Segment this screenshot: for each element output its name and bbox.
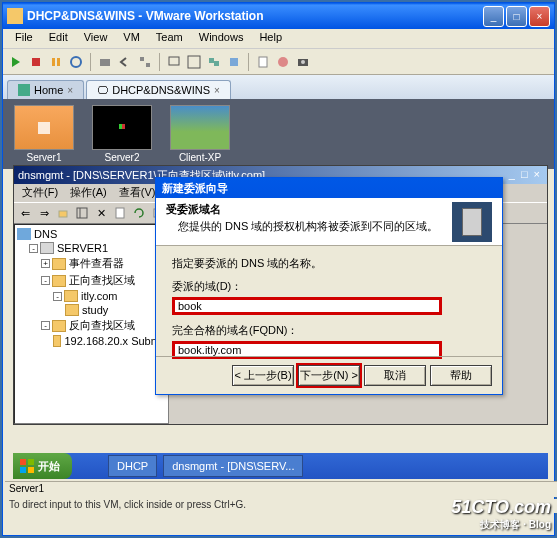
thumb-preview [14,105,74,150]
tree-event-viewer[interactable]: +事件查看器 [17,255,166,272]
summary-icon[interactable] [254,53,272,71]
wizard-titlebar: 新建委派向导 [156,178,502,198]
task-dnsmgmt[interactable]: dnsmgmt - [DNS\SERV... [163,455,303,477]
close-icon[interactable]: × [67,85,73,96]
next-button[interactable]: 下一步(N) > [298,365,360,386]
svg-rect-24 [116,208,124,218]
menu-file[interactable]: File [7,29,41,48]
menubar: File Edit View VM Team Windows Help [3,29,554,49]
menu-help[interactable]: Help [251,29,290,48]
tree-root[interactable]: DNS [17,227,166,241]
appliance-icon[interactable] [274,53,292,71]
menu-edit[interactable]: Edit [41,29,76,48]
help-button[interactable]: 帮助 [430,365,492,386]
svg-rect-29 [20,459,26,465]
svg-rect-21 [59,211,67,217]
tab-active-vm[interactable]: 🖵 DHCP&DNS&WINS × [86,80,231,99]
collapse-icon[interactable]: - [29,244,38,253]
properties-icon[interactable] [112,205,128,221]
forward-icon[interactable]: ⇒ [36,205,52,221]
tree-subnet[interactable]: 192.168.20.x Subnet [17,334,166,348]
mmc-close-icon[interactable]: × [534,168,540,182]
status-panel: Server1 [5,481,557,497]
svg-rect-20 [119,124,122,129]
tree-pane[interactable]: DNS -SERVER1 +事件查看器 -正向查找区域 -itly.com st… [14,224,169,424]
back-button[interactable]: < 上一步(B) [232,365,294,386]
mmc-max-icon[interactable]: □ [521,168,528,182]
toolbar [3,49,554,75]
maximize-button[interactable]: □ [506,6,527,27]
unity-icon[interactable] [225,53,243,71]
tree-server[interactable]: -SERVER1 [17,241,166,255]
cancel-button[interactable]: 取消 [364,365,426,386]
tab-home[interactable]: Home × [7,80,84,99]
mmc-menu-action[interactable]: 操作(A) [64,184,113,202]
power-off-icon[interactable] [27,53,45,71]
server-icon [40,242,54,254]
thumb-label: Server2 [104,152,139,163]
fqdn-label: 完全合格的域名(FQDN)： [172,323,486,338]
vm-thumb[interactable]: Server2 [87,105,157,163]
tab-label: DHCP&DNS&WINS [112,84,210,96]
tree-zone-itly[interactable]: -itly.com [17,289,166,303]
tree-forward-zones[interactable]: -正向查找区域 [17,272,166,289]
vm-thumb[interactable]: Client-XP [165,105,235,163]
capture-icon[interactable] [294,53,312,71]
close-button[interactable]: × [529,6,550,27]
vm-thumb[interactable]: Server1 [9,105,79,163]
svg-rect-31 [20,467,26,473]
tree-reverse-zones[interactable]: -反向查找区域 [17,317,166,334]
menu-windows[interactable]: Windows [191,29,252,48]
collapse-icon[interactable]: - [53,292,62,301]
folder-icon [65,304,79,316]
minimize-button[interactable]: _ [483,6,504,27]
revert-icon[interactable] [116,53,134,71]
full-screen-icon[interactable] [185,53,203,71]
collapse-icon[interactable]: - [41,276,50,285]
svg-point-14 [278,57,288,67]
thumb-preview [170,105,230,150]
delegated-domain-input[interactable] [172,297,442,315]
menu-view[interactable]: View [76,29,116,48]
vm-icon: 🖵 [97,84,108,96]
start-button[interactable]: 开始 [13,453,72,479]
up-icon[interactable] [55,205,71,221]
mmc-menu-file[interactable]: 文件(F) [16,184,64,202]
mmc-min-icon[interactable]: _ [509,168,515,182]
delegated-domain-label: 委派的域(D)： [172,279,486,294]
reset-icon[interactable] [67,53,85,71]
svg-rect-3 [57,58,60,66]
snapshot-icon[interactable] [96,53,114,71]
thumb-label: Server1 [26,152,61,163]
wizard-subheading: 您提供的 DNS 域的授权机构将被委派到不同的区域。 [166,219,452,234]
app-icon [7,8,23,24]
quick-switch-icon[interactable] [205,53,223,71]
menu-vm[interactable]: VM [115,29,148,48]
manage-snapshot-icon[interactable] [136,53,154,71]
tree-study[interactable]: study [17,303,166,317]
watermark: 51CTO.com 技术博客 · Blog [451,497,551,532]
wizard-heading: 受委派域名 [166,202,452,217]
menu-team[interactable]: Team [148,29,191,48]
expand-icon[interactable]: + [41,259,50,268]
show-hide-tree-icon[interactable] [74,205,90,221]
wizard-footer: < 上一步(B) 下一步(N) > 取消 帮助 [156,356,502,386]
tabs-row: Home × 🖵 DHCP&DNS&WINS × [3,75,554,99]
folder-icon [52,320,66,332]
folder-icon [52,275,66,287]
collapse-icon[interactable]: - [41,321,50,330]
show-console-icon[interactable] [165,53,183,71]
svg-point-16 [301,60,305,64]
delete-icon[interactable]: ✕ [93,205,109,221]
task-dhcp[interactable]: DHCP [108,455,157,477]
zone-icon [53,335,61,347]
dns-icon [17,228,31,240]
power-on-icon[interactable] [7,53,25,71]
refresh-icon[interactable] [131,205,147,221]
back-icon[interactable]: ⇐ [17,205,33,221]
wizard-intro: 指定要委派的 DNS 域的名称。 [172,256,486,271]
folder-icon [52,258,66,270]
server-glyph-icon [452,202,492,242]
close-icon[interactable]: × [214,85,220,96]
suspend-icon[interactable] [47,53,65,71]
